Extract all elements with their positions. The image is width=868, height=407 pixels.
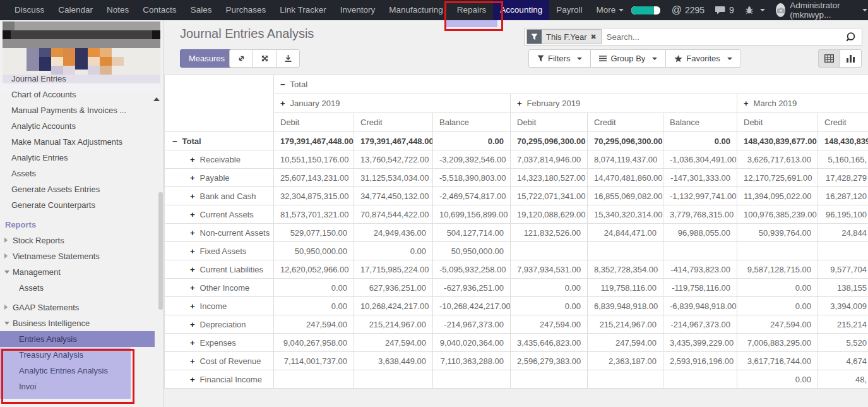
expand-plus-icon[interactable]: + <box>190 375 195 384</box>
nav-item-link-tracker[interactable]: Link Tracker <box>273 0 333 20</box>
sidebar-item-generate-counterparts[interactable]: Generate Counterparts <box>0 197 163 213</box>
pivot-header-total[interactable]: −Total <box>274 75 868 94</box>
chevron-right-icon[interactable] <box>4 238 8 243</box>
sidebar-item-journal-entries[interactable]: Journal Entries <box>0 71 163 87</box>
pivot-row-label[interactable]: +Fixed Assets <box>165 242 274 260</box>
pivot-row-label[interactable]: +Bank and Cash <box>165 187 274 205</box>
chat-counter[interactable]: 9 <box>715 5 734 15</box>
sidebar-item-stock-reports[interactable]: Stock Reports <box>0 233 163 248</box>
nav-item-manufacturing[interactable]: Manufacturing <box>382 0 450 20</box>
pivot-header-month-february-2019[interactable]: +February 2019 <box>511 94 737 113</box>
groupby-button[interactable]: Group By <box>590 49 666 68</box>
search-icon[interactable] <box>845 32 856 42</box>
pivot-row-label[interactable]: +Current Liabilities <box>165 260 274 279</box>
search-input[interactable] <box>602 32 845 42</box>
pivot-measure-debit[interactable]: Debit <box>511 113 588 132</box>
sidebar-item-management[interactable]: Management <box>0 264 163 280</box>
nav-item-sales[interactable]: Sales <box>184 0 219 20</box>
nav-item-notes[interactable]: Notes <box>100 0 136 20</box>
pivot-row-label[interactable]: +Cost of Revenue <box>165 352 274 370</box>
pivot-row-label[interactable]: +Payable <box>165 169 274 187</box>
pivot-row-label[interactable]: +Financial Income <box>165 370 274 389</box>
filters-button[interactable]: Filters <box>528 49 591 68</box>
sidebar-scroll-up-icon[interactable] <box>153 97 160 101</box>
sidebar-item-treasury-analysis[interactable]: Treasury Analysis <box>0 347 131 363</box>
pivot-measure-debit[interactable]: Debit <box>274 113 354 132</box>
sidebar-item-manual-payments-invoices[interactable]: Manual Payments & Invoices ... <box>0 102 163 118</box>
pivot-row-label[interactable]: −Total <box>165 132 274 150</box>
download-button[interactable] <box>276 50 299 67</box>
sidebar-item-make-manual-tax-adjustments[interactable]: Make Manual Tax Adjustments <box>0 134 163 150</box>
sidebar-item-assets[interactable]: Assets <box>0 280 163 296</box>
nav-item-more[interactable]: More <box>589 0 631 20</box>
expand-plus-icon[interactable]: + <box>190 265 195 274</box>
sidebar-item-analytic-entries-analysis[interactable]: Analytic Entries Analysis <box>0 363 131 379</box>
expand-plus-icon[interactable]: + <box>190 320 195 329</box>
sidebar-item-analytic-entries[interactable]: Analytic Entries <box>0 150 163 166</box>
pivot-measure-credit[interactable]: Credit <box>354 113 433 132</box>
sidebar-item-business-intelligence[interactable]: Business Intelligence <box>0 315 163 331</box>
sidebar-item-gaap-statements[interactable]: GAAP Statements <box>0 300 163 315</box>
facet-remove-icon[interactable]: ✖ <box>591 33 597 41</box>
nav-item-purchases[interactable]: Purchases <box>218 0 273 20</box>
expand-plus-icon[interactable]: + <box>190 191 195 201</box>
expand-plus-icon[interactable]: + <box>190 301 195 311</box>
pivot-row-label[interactable]: +Current Assets <box>165 205 274 224</box>
expand-plus-icon[interactable]: + <box>190 228 195 238</box>
expand-plus-icon[interactable]: + <box>190 246 195 256</box>
pivot-header-month-march-2019[interactable]: +March 2019 <box>737 94 868 113</box>
collapse-icon[interactable]: − <box>172 137 177 146</box>
collapse-icon[interactable]: − <box>280 80 285 89</box>
chevron-right-icon[interactable] <box>4 305 8 310</box>
user-menu[interactable]: Administrator (mknwyp... <box>776 1 867 20</box>
sidebar-item-analytic-accounts[interactable]: Analytic Accounts <box>0 118 163 134</box>
pivot-row-label[interactable]: +Depreciation <box>165 315 274 334</box>
expand-plus-icon[interactable]: + <box>190 173 195 183</box>
expand-plus-icon[interactable]: + <box>190 155 195 164</box>
chevron-right-icon[interactable] <box>4 253 8 258</box>
graph-view-button[interactable] <box>840 49 862 68</box>
nav-item-calendar[interactable]: Calendar <box>51 0 100 20</box>
pivot-measure-credit[interactable]: Credit <box>588 113 663 132</box>
debug-menu[interactable] <box>745 6 765 15</box>
pivot-measure-debit[interactable]: Debit <box>737 113 818 132</box>
expand-plus-icon[interactable]: + <box>190 283 195 293</box>
favorites-button[interactable]: Favorites <box>665 49 740 68</box>
nav-item-repairs[interactable]: Repairs <box>450 0 494 20</box>
mention-counter[interactable]: @ 2295 <box>672 4 705 16</box>
pivot-measure-balance[interactable]: Balance <box>663 113 737 132</box>
expand-button[interactable] <box>230 50 253 67</box>
flip-axes-button[interactable] <box>253 50 276 67</box>
expand-plus-icon[interactable]: + <box>744 99 749 108</box>
nav-item-accounting[interactable]: Accounting <box>493 0 549 20</box>
nav-item-inventory[interactable]: Inventory <box>333 0 383 20</box>
pivot-row-label[interactable]: +Receivable <box>165 150 274 169</box>
sidebar-item-chart-of-accounts[interactable]: Chart of Accounts <box>0 87 163 102</box>
chevron-down-icon[interactable] <box>4 270 9 274</box>
pivot-row-label[interactable]: +Income <box>165 297 274 315</box>
nav-item-discuss[interactable]: Discuss <box>8 0 51 20</box>
sidebar-item-invoi[interactable]: Invoi <box>0 379 163 394</box>
pivot-view-button[interactable] <box>818 49 840 68</box>
sidebar-item-entries-analysis[interactable]: Entries Analysis <box>0 331 155 347</box>
expand-plus-icon[interactable]: + <box>190 356 195 366</box>
filter-facet[interactable]: This F.Year ✖ <box>526 29 602 44</box>
pivot-measure-balance[interactable]: Balance <box>433 113 511 132</box>
expand-plus-icon[interactable]: + <box>190 210 195 219</box>
expand-plus-icon[interactable]: + <box>517 99 522 108</box>
sidebar-item-assets[interactable]: Assets <box>0 166 163 181</box>
sidebar-scrollbar[interactable] <box>158 192 163 310</box>
sidebar-item-vietnamese-statements[interactable]: Vietnamese Statements <box>0 248 163 264</box>
progress-indicator[interactable] <box>631 6 661 15</box>
sidebar-item-generate-assets-entries[interactable]: Generate Assets Entries <box>0 181 163 197</box>
expand-plus-icon[interactable]: + <box>280 99 285 108</box>
chevron-down-icon[interactable] <box>4 322 9 325</box>
nav-item-contacts[interactable]: Contacts <box>136 0 183 20</box>
pivot-row-label[interactable]: +Expenses <box>165 334 274 352</box>
pivot-row-label[interactable]: +Other Income <box>165 279 274 297</box>
pivot-row-label[interactable]: +Non-current Assets <box>165 224 274 242</box>
pivot-measure-credit[interactable]: Credit <box>818 113 868 132</box>
pivot-header-month-january-2019[interactable]: +January 2019 <box>274 94 511 113</box>
nav-item-payroll[interactable]: Payroll <box>549 0 589 20</box>
expand-plus-icon[interactable]: + <box>190 338 195 348</box>
